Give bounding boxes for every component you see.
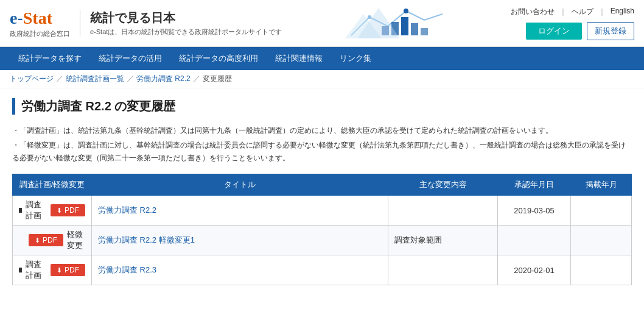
site-desc: e-Statは、日本の統計が閲覧できる政府統計ポータルサイトです bbox=[90, 27, 282, 37]
sep2: ｜ bbox=[598, 7, 606, 17]
header-links: お問い合わせ ｜ ヘルプ ｜ English bbox=[511, 7, 634, 17]
row2-change-cell: 調査対象範囲 bbox=[388, 226, 498, 255]
download-icon: ⬇ bbox=[57, 266, 62, 274]
logo-area: e - Stat 政府統計の総合窓口 統計で見る日本 e-Statは、日本の統計… bbox=[10, 9, 282, 38]
table-row: 調査計画 ⬇ PDF 労働力調査 R2.3 2020-02-01 bbox=[13, 255, 632, 285]
row1-title-link[interactable]: 労働力調査 R2.2 bbox=[98, 205, 156, 215]
row3-title-cell: 労働力調査 R2.3 bbox=[92, 255, 388, 285]
logo-e: e bbox=[10, 9, 17, 28]
svg-rect-4 bbox=[401, 17, 408, 35]
row2-type-label: 軽微変更 bbox=[67, 229, 85, 251]
logo-dash: - bbox=[17, 9, 23, 28]
table-header-row: 調査計画/軽微変更 タイトル 主な変更内容 承認年月日 掲載年月 bbox=[13, 174, 632, 196]
pdf-button-row2[interactable]: ⬇ PDF bbox=[29, 234, 63, 246]
row1-posted-month bbox=[571, 196, 632, 226]
th-type: 調査計画/軽微変更 bbox=[13, 174, 92, 196]
th-title: タイトル bbox=[92, 174, 388, 196]
row2-title-link[interactable]: 労働力調査 R2.2 軽微変更1 bbox=[98, 235, 195, 244]
breadcrumb-sep-3: ／ bbox=[193, 74, 200, 84]
th-approval-date: 承認年月日 bbox=[498, 174, 571, 196]
row3-type-label: 調査計画 bbox=[26, 259, 47, 281]
svg-rect-5 bbox=[411, 23, 418, 35]
help-link[interactable]: ヘルプ bbox=[572, 7, 593, 17]
nav-item-use[interactable]: 統計データの活用 bbox=[90, 47, 170, 70]
row1-type-label: 調査計画 bbox=[26, 199, 47, 221]
row2-approval-date bbox=[498, 226, 571, 255]
row1-approval-date: 2019-03-05 bbox=[498, 196, 571, 226]
pdf-label-row1: PDF bbox=[65, 206, 79, 215]
contact-link[interactable]: お問い合わせ bbox=[511, 7, 555, 17]
sep1: ｜ bbox=[559, 7, 567, 17]
row3-posted-month bbox=[571, 255, 632, 285]
history-table: 調査計画/軽微変更 タイトル 主な変更内容 承認年月日 掲載年月 調査計画 ⬇ … bbox=[12, 174, 632, 285]
main-nav: 統計データを探す 統計データの活用 統計データの高度利用 統計関連情報 リンク集 bbox=[0, 47, 644, 70]
desc-line-2: ・「軽微変更」は、調査計画に対し、基幹統計調査の場合は統計委員会に諮問する必要が… bbox=[12, 139, 632, 164]
row3-title-link[interactable]: 労働力調査 R2.3 bbox=[98, 265, 156, 274]
download-icon: ⬇ bbox=[57, 207, 62, 215]
row3-approval-date: 2020-02-01 bbox=[498, 255, 571, 285]
login-button[interactable]: ログイン bbox=[526, 23, 582, 40]
site-title-area: 統計で見る日本 e-Statは、日本の統計が閲覧できる政府統計ポータルサイトです bbox=[80, 10, 282, 37]
th-posted-month: 掲載年月 bbox=[571, 174, 632, 196]
description-block: ・「調査計画」は、統計法第九条（基幹統計調査）又は同第十九条（一般統計調査）の定… bbox=[12, 124, 632, 164]
page-title: 労働力調査 R2.2 の変更履歴 bbox=[12, 98, 632, 115]
logo: e - Stat 政府統計の総合窓口 bbox=[10, 9, 70, 38]
breadcrumb-current: 変更履歴 bbox=[203, 74, 232, 84]
pdf-button-row1[interactable]: ⬇ PDF bbox=[51, 204, 85, 216]
row1-title-cell: 労働力調査 R2.2 bbox=[92, 196, 388, 226]
nav-item-related[interactable]: 統計関連情報 bbox=[267, 47, 331, 70]
english-link[interactable]: English bbox=[611, 7, 634, 17]
breadcrumb-survey[interactable]: 労働力調査 R2.2 bbox=[136, 74, 191, 84]
register-button[interactable]: 新規登録 bbox=[587, 22, 634, 40]
nav-item-links[interactable]: リンク集 bbox=[331, 47, 380, 70]
breadcrumb-top[interactable]: トップページ bbox=[10, 74, 54, 84]
svg-rect-6 bbox=[421, 28, 428, 35]
row3-type-cell: 調査計画 ⬇ PDF bbox=[13, 255, 92, 285]
row2-type-cell: ⬇ PDF 軽微変更 bbox=[13, 226, 92, 255]
type-square-icon bbox=[19, 268, 22, 272]
type-square-icon bbox=[19, 208, 22, 213]
row3-change-cell bbox=[388, 255, 498, 285]
main-content: 労働力調査 R2.2 の変更履歴 ・「調査計画」は、統計法第九条（基幹統計調査）… bbox=[0, 88, 644, 295]
row2-posted-month bbox=[571, 226, 632, 255]
row2-title-cell: 労働力調査 R2.2 軽微変更1 bbox=[92, 226, 388, 255]
pdf-label-row2: PDF bbox=[43, 236, 57, 244]
download-icon: ⬇ bbox=[35, 237, 40, 244]
pdf-label-row3: PDF bbox=[65, 266, 79, 274]
logo-stat: Stat bbox=[23, 9, 52, 28]
logo-subtitle: 政府統計の総合窓口 bbox=[10, 29, 70, 38]
nav-item-search[interactable]: 統計データを探す bbox=[10, 47, 90, 70]
desc-line-1: ・「調査計画」は、統計法第九条（基幹統計調査）又は同第十九条（一般統計調査）の定… bbox=[12, 124, 632, 137]
th-change: 主な変更内容 bbox=[388, 174, 498, 196]
header: e - Stat 政府統計の総合窓口 統計で見る日本 e-Statは、日本の統計… bbox=[0, 0, 644, 47]
breadcrumb-sep-1: ／ bbox=[56, 74, 63, 84]
row1-type-cell: 調査計画 ⬇ PDF bbox=[13, 196, 92, 226]
header-chart-decoration bbox=[345, 5, 443, 41]
breadcrumb-survey-list[interactable]: 統計調査計画一覧 bbox=[66, 74, 124, 84]
svg-point-0 bbox=[404, 9, 408, 13]
nav-item-advanced[interactable]: 統計データの高度利用 bbox=[170, 47, 267, 70]
breadcrumb: トップページ ／ 統計調査計画一覧 ／ 労働力調査 R2.2 ／ 変更履歴 bbox=[0, 70, 644, 88]
row1-change-cell bbox=[388, 196, 498, 226]
header-buttons: ログイン 新規登録 bbox=[526, 22, 634, 40]
table-row: 調査計画 ⬇ PDF 労働力調査 R2.2 2019-03-05 bbox=[13, 196, 632, 226]
header-right: お問い合わせ ｜ ヘルプ ｜ English ログイン 新規登録 bbox=[511, 7, 634, 40]
table-row: ⬇ PDF 軽微変更 労働力調査 R2.2 軽微変更1 調査対象範囲 bbox=[13, 226, 632, 255]
breadcrumb-sep-2: ／ bbox=[127, 74, 134, 84]
svg-point-1 bbox=[368, 15, 371, 19]
site-title: 統計で見る日本 bbox=[90, 10, 282, 26]
pdf-button-row3[interactable]: ⬇ PDF bbox=[51, 264, 85, 276]
